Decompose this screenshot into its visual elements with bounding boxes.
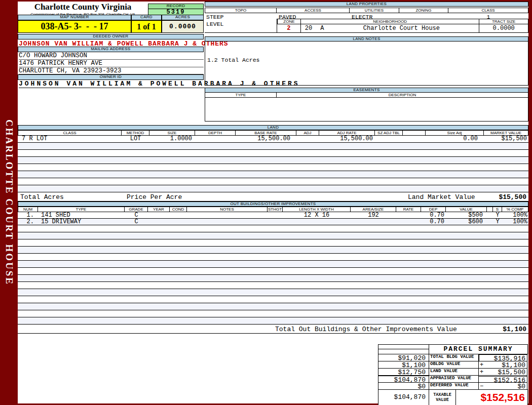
class-header: CLASS — [448, 8, 528, 13]
empty-row — [18, 171, 528, 178]
op-deferred: − — [479, 383, 485, 389]
ob2-area-size — [351, 219, 396, 225]
land-row-adj — [296, 136, 319, 142]
ob-col-type: TYPE — [38, 207, 125, 212]
land-notes-title: LAND NOTES — [205, 36, 528, 42]
map-number-label: MAP NUMBER — [18, 15, 131, 20]
ob2-cond — [170, 219, 187, 225]
empty-row — [18, 268, 528, 275]
mailing-address-line1: C/O HOWARD JOHNSON — [19, 52, 204, 60]
value-total-bldg: $135,916 — [486, 355, 527, 361]
land-properties-box: TOPO ACCESS UTILITIES ZONING CLASS STEEP… — [205, 8, 528, 33]
ob2-grade: C — [125, 219, 148, 225]
easement-description-header: DESCRIPTION — [277, 93, 528, 97]
ob1-sthgt — [268, 212, 283, 218]
easements-box: TYPE DESCRIPTION — [205, 93, 528, 122]
parcel-summary-corner — [378, 344, 429, 354]
ob-col-value: VALUE — [446, 207, 487, 212]
empty-row — [18, 303, 528, 310]
land-col-class: CLASS — [18, 130, 122, 136]
ob2-sthgt — [268, 219, 283, 225]
ob-col-year: YEAR — [148, 207, 170, 212]
ob2-blank — [487, 219, 493, 225]
empty-row — [18, 275, 528, 282]
land-row: 7 R LOT LOT 1.0000 15,500.00 15,500.00 0… — [18, 136, 528, 143]
empty-row — [18, 164, 528, 171]
ob1-year — [148, 212, 170, 218]
ob2-s: Y — [493, 219, 502, 225]
land-col-blank — [403, 130, 426, 136]
label-taxable-value: TAXABLE VALUE — [429, 389, 456, 405]
land-table-header: CLASS METHOD SIZE DEPTH BASE RATE ADJ AD… — [18, 130, 528, 136]
ob-col-grade: GRADE — [125, 207, 148, 212]
prior-taxable-value: $104,870 — [378, 389, 429, 405]
county-sidebar: CHARLOTTE COURT HOUSE — [0, 0, 18, 405]
zoning-header: ZONING — [399, 8, 448, 13]
ob1-area-size: 192 — [351, 212, 396, 218]
outbuildings-total-label: Total Out Buildings & Other Improvements… — [275, 326, 457, 333]
summary-row-land: $12,750 LAND VALUE + $15,500 — [378, 369, 528, 376]
label-appraised-value: APPRAISED VALUE — [429, 375, 479, 383]
ob1-value: $500 — [446, 212, 487, 218]
land-col-sz-adj-tbl: SZ ADJ TBL — [375, 130, 403, 136]
empty-row — [18, 232, 528, 239]
county-header: Charlotte County Virginia Commissioner o… — [19, 2, 147, 15]
empty-row — [18, 157, 528, 164]
mailing-address-label: MAILING ADDRESS — [18, 47, 204, 52]
land-col-adj: ADJ — [296, 130, 319, 136]
ob-col-comp: % COMP — [502, 207, 528, 212]
land-row-depth — [195, 136, 236, 142]
price-per-acre-label: Price Per Acre — [127, 193, 182, 201]
property-record-card: Charlotte County Virginia Commissioner o… — [18, 2, 528, 403]
prior-deferred-value: $0 — [378, 382, 429, 390]
tract-size-value: 0.0000 — [479, 24, 528, 33]
topo-header: TOPO — [205, 8, 277, 13]
access-header: ACCESS — [277, 8, 350, 13]
empty-row — [18, 178, 528, 185]
deeded-owner-label: DEEDED OWNER — [18, 34, 204, 39]
zone-neighborhood-box: ZONE NEIGHBORHOOD TRACT SIZE 2 20 A Char… — [277, 19, 528, 33]
utilities-header: UTILITIES — [350, 8, 399, 13]
land-properties-title: LAND PROPERTIES — [205, 2, 528, 7]
empty-row — [18, 247, 528, 254]
summary-row-obldg: $1,100 OBLDG VALUE + $1,100 — [378, 361, 528, 369]
land-col-size-adj: Size Adj — [426, 130, 484, 136]
ob1-length-width: 12 X 16 — [283, 212, 351, 218]
tables-area: LAND CLASS METHOD SIZE DEPTH BASE RATE A… — [18, 125, 528, 334]
land-col-depth: DEPTH — [195, 130, 236, 136]
land-row-size: 1.0000 — [149, 136, 195, 142]
land-col-market-value: MARKET VALUE — [484, 130, 528, 136]
ob1-cond — [170, 212, 187, 218]
outbuilding-row-1: 1. 141 SHED C 12 X 16 192 0.70 $500 Y 10… — [18, 212, 528, 219]
ob-col-length-width: LENGTH X WIDTH — [283, 207, 351, 212]
empty-row — [18, 185, 528, 192]
zone-header: ZONE — [277, 19, 301, 24]
parcel-summary-title: PARCEL SUMMARY — [429, 344, 528, 354]
acres-value: 0.0000 — [162, 20, 204, 33]
parcel-summary: PARCEL SUMMARY $91,020 TOTAL BLDG VALUE … — [378, 345, 528, 405]
land-col-adj-rate: ADJ RATE — [319, 130, 375, 136]
land-row-blank — [403, 136, 426, 142]
empty-row — [18, 289, 528, 296]
prior-obldg-value: $1,100 — [378, 361, 429, 369]
neighborhood-sub: A — [312, 24, 324, 33]
ob1-rate — [396, 212, 421, 218]
ob-col-notes: NOTES — [187, 207, 268, 212]
label-deferred-value: DEFERRED VALUE — [429, 382, 479, 390]
land-row-size-adj: 0.00 — [426, 136, 484, 142]
value-deferred: $0 — [485, 383, 527, 389]
land-market-value-label: Land Market Value — [408, 193, 475, 201]
summary-row-deferred: $0 DEFERRED VALUE − $0 — [378, 383, 528, 390]
land-section-title: LAND — [18, 125, 528, 130]
mailing-address-line3: CHARLOTTE CH, VA 23923-3923 — [19, 67, 204, 74]
outbuildings-table-header: NUM TYPE GRADE YEAR COND NOTES STHGT LEN… — [18, 207, 528, 212]
land-row-market-value: $15,500 — [484, 136, 528, 142]
empty-row — [18, 239, 528, 247]
ob-col-rate: RATE — [396, 207, 421, 212]
ob2-year — [148, 219, 170, 225]
land-col-method: METHOD — [122, 130, 149, 136]
ob-col-num: NUM — [18, 207, 38, 212]
ob2-length-width — [283, 219, 351, 225]
ob1-num: 1. — [18, 212, 38, 218]
land-col-base-rate: BASE RATE — [236, 130, 296, 136]
